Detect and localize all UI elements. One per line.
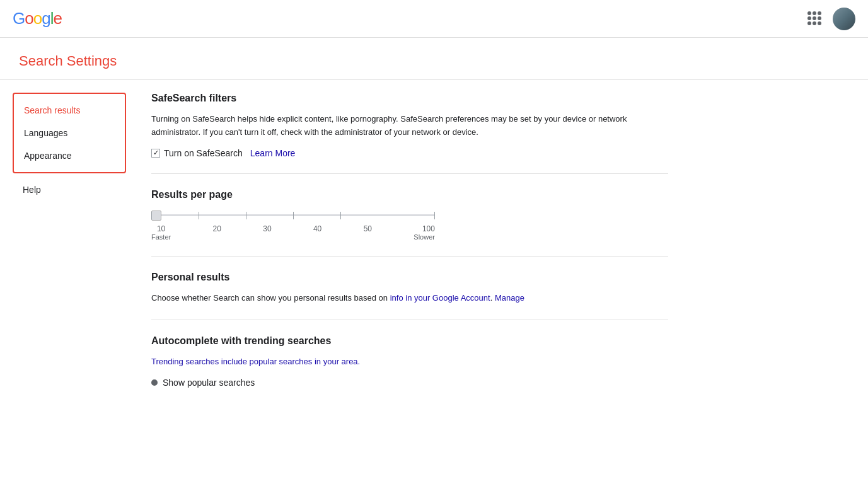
personal-results-desc: Choose whether Search can show you perso… — [151, 292, 668, 305]
results-per-page-section: Results per page — [151, 189, 668, 257]
safesearch-section: SafeSearch filters Turning on SafeSearch… — [151, 93, 668, 174]
slider-value-30: 30 — [263, 224, 271, 233]
personal-results-title: Personal results — [151, 272, 668, 283]
safesearch-checkbox[interactable]: ✓ — [151, 149, 160, 158]
tick-40 — [293, 212, 294, 219]
apps-dot — [818, 16, 821, 20]
header-left: Google — [13, 9, 62, 28]
avatar[interactable] — [833, 8, 855, 30]
slider-track-wrapper — [151, 209, 435, 222]
personal-results-section: Personal results Choose whether Search c… — [151, 272, 668, 321]
safesearch-checkbox-text: Turn on SafeSearch — [164, 148, 243, 158]
page-title-section: Search Settings — [0, 38, 868, 80]
sidebar: Search results Languages Appearance Help — [0, 93, 126, 418]
slider-container: 10 Faster 20 30 40 50 100 Slower — [151, 209, 668, 241]
page-title: Search Settings — [19, 53, 849, 69]
tick-50 — [340, 212, 341, 219]
apps-dot — [813, 11, 816, 15]
autocomplete-section: Autocomplete with trending searches Tren… — [151, 335, 668, 403]
logo-o1: o — [25, 9, 33, 28]
apps-dot — [807, 16, 811, 20]
tick-100 — [434, 212, 435, 219]
manage-link[interactable]: Manage — [495, 293, 524, 303]
apps-dot — [813, 21, 816, 25]
safesearch-description: Turning on SafeSearch helps hide explici… — [151, 113, 643, 139]
slider-label-40: 40 — [313, 224, 321, 241]
slider-label-10: 10 Faster — [151, 224, 171, 241]
radio-label: Show popular searches — [163, 378, 255, 388]
apps-dot — [818, 21, 821, 25]
slider-label-30: 30 — [263, 224, 271, 241]
autocomplete-title: Autocomplete with trending searches — [151, 335, 668, 347]
slider-labels: 10 Faster 20 30 40 50 100 Slower — [151, 224, 435, 241]
safesearch-checkbox-label[interactable]: ✓ Turn on SafeSearch — [151, 148, 243, 158]
sidebar-item-help[interactable]: Help — [13, 178, 126, 201]
tick-30 — [246, 212, 246, 219]
autocomplete-desc: Trending searches include popular search… — [151, 355, 668, 369]
sidebar-item-appearance[interactable]: Appearance — [14, 144, 125, 167]
tick-20 — [199, 212, 199, 219]
slider-value-40: 40 — [313, 224, 321, 233]
apps-dot — [818, 11, 821, 15]
apps-dot — [807, 11, 811, 15]
avatar-image — [833, 8, 855, 30]
logo-g: G — [13, 9, 25, 28]
apps-dot — [813, 16, 816, 20]
results-per-page-title: Results per page — [151, 189, 668, 200]
slider-value-50: 50 — [364, 224, 372, 233]
slider-label-100: 100 Slower — [414, 224, 435, 241]
sidebar-item-languages[interactable]: Languages — [14, 122, 125, 144]
slider-label-50: 50 — [364, 224, 372, 241]
apps-dot — [807, 21, 811, 25]
sidebar-nav: Search results Languages Appearance — [13, 93, 126, 173]
slider-value-10: 10 — [157, 224, 165, 233]
slider-sub-faster: Faster — [151, 233, 171, 241]
safesearch-title: SafeSearch filters — [151, 93, 668, 104]
personal-results-text-1: Choose whether Search can show you perso… — [151, 293, 390, 303]
safesearch-row: ✓ Turn on SafeSearch Learn More — [151, 148, 668, 158]
content-area: SafeSearch filters Turning on SafeSearch… — [126, 93, 693, 418]
main-layout: Search results Languages Appearance Help… — [0, 80, 868, 430]
slider-track — [151, 214, 435, 216]
personal-results-link[interactable]: info in your Google Account — [390, 293, 490, 303]
google-logo[interactable]: Google — [13, 9, 62, 28]
slider-value-100: 100 — [422, 224, 435, 233]
sidebar-item-search-results[interactable]: Search results — [14, 99, 125, 122]
learn-more-link[interactable]: Learn More — [250, 148, 296, 158]
slider-thumb[interactable] — [151, 211, 161, 221]
slider-value-20: 20 — [213, 224, 221, 233]
header: Google — [0, 0, 868, 38]
slider-label-20: 20 — [213, 224, 221, 241]
radio-row: Show popular searches — [151, 378, 668, 388]
apps-icon[interactable] — [807, 11, 823, 26]
slider-sub-slower: Slower — [414, 233, 435, 241]
logo-e: e — [53, 9, 61, 28]
tick-10 — [151, 212, 152, 219]
logo-o2: o — [33, 9, 42, 28]
personal-results-text-2: . — [490, 293, 495, 303]
radio-dot-icon — [151, 379, 158, 386]
logo-g2: g — [42, 9, 50, 28]
header-right — [807, 8, 855, 30]
